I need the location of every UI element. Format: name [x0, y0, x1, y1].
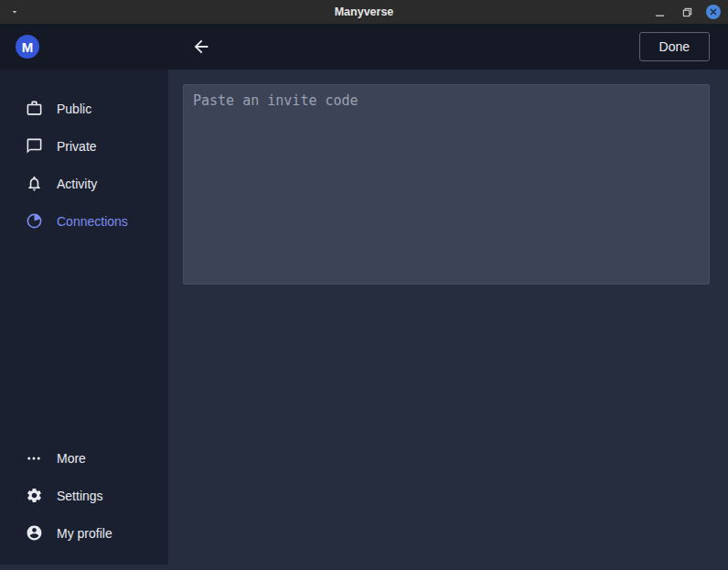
sidebar-item-label: Public — [57, 102, 91, 116]
ellipsis-icon — [25, 449, 43, 468]
sidebar-item-label: More — [57, 451, 86, 466]
bell-icon — [25, 175, 43, 193]
back-arrow-icon — [191, 37, 211, 57]
window-menu-chevron-icon[interactable] — [9, 6, 20, 17]
app-header: M Done — [0, 24, 728, 70]
sidebar-item-label: My profile — [57, 526, 112, 541]
sidebar-item-my-profile[interactable]: My profile — [0, 514, 168, 552]
sidebar-item-public[interactable]: Public — [0, 90, 168, 127]
briefcase-icon — [25, 100, 43, 118]
sidebar-bottom-group: More Settings My profile — [0, 439, 168, 552]
sidebar-item-settings[interactable]: Settings — [0, 477, 168, 514]
app-body: Public Private Activity Connections — [0, 70, 728, 570]
person-icon — [25, 524, 43, 543]
sidebar-item-private[interactable]: Private — [0, 127, 168, 165]
window-title: Manyverse — [0, 5, 728, 18]
window-titlebar: Manyverse — [0, 0, 728, 24]
sidebar-item-label: Settings — [57, 489, 103, 503]
back-button[interactable] — [181, 24, 221, 70]
window-controls — [651, 0, 721, 24]
sidebar-item-label: Activity — [57, 177, 97, 191]
sidebar-item-more[interactable]: More — [0, 439, 168, 477]
close-button[interactable] — [706, 5, 721, 19]
connections-icon — [25, 212, 43, 231]
manyverse-logo[interactable]: M — [16, 35, 39, 59]
minimize-button[interactable] — [651, 4, 668, 20]
manyverse-window: Manyverse M Done — [0, 0, 728, 570]
sidebar-item-activity[interactable]: Activity — [0, 165, 168, 202]
restore-button[interactable] — [679, 4, 695, 20]
sidebar-item-label: Connections — [57, 214, 128, 229]
close-icon — [710, 8, 717, 16]
sidebar-item-label: Private — [57, 139, 97, 154]
invite-code-textarea[interactable] — [183, 84, 710, 285]
sidebar: Public Private Activity Connections — [0, 70, 168, 565]
done-button[interactable]: Done — [639, 32, 710, 61]
main-content — [168, 70, 728, 570]
sidebar-item-connections[interactable]: Connections — [0, 202, 168, 240]
gear-icon — [25, 487, 43, 505]
chat-bubble-icon — [25, 137, 43, 156]
